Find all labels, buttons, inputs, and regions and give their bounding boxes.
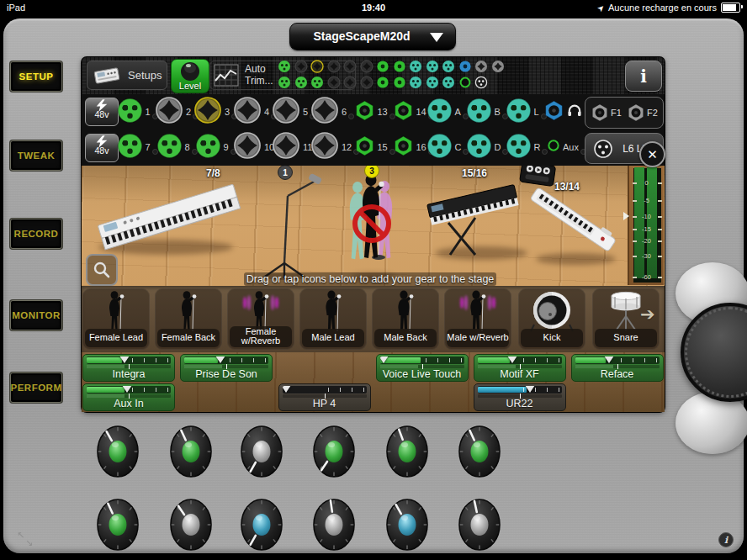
mixer-strip-ur22[interactable]: UR22 xyxy=(474,383,566,411)
knob-r1-1-green[interactable] xyxy=(95,424,140,479)
sidebar-item-setup[interactable]: SETUP xyxy=(10,61,62,92)
info-button[interactable]: i xyxy=(625,61,662,92)
channel-13[interactable]: 13 xyxy=(354,95,395,129)
channel-B[interactable]: B xyxy=(466,95,508,129)
stage-item-stand-keyboard[interactable] xyxy=(423,171,524,262)
mixer-strip-aux-in[interactable]: Aux In xyxy=(82,383,175,411)
knob-r1-6-green[interactable] xyxy=(457,424,502,479)
stage-view[interactable]: 7/81315/1613/14 Drag or tap icons below … xyxy=(82,166,665,286)
fader-handle[interactable] xyxy=(604,357,614,363)
setups-button[interactable]: Setups xyxy=(87,61,167,90)
mixer-strip-motif-xf[interactable]: Motif XF xyxy=(474,354,566,382)
channel-3[interactable]: 3 xyxy=(193,95,237,129)
fader-handle[interactable] xyxy=(122,386,132,393)
channel-9[interactable]: 9 xyxy=(195,130,236,164)
channel-L[interactable]: L xyxy=(506,95,547,129)
channel-R[interactable]: R xyxy=(506,130,548,164)
page-info-icon[interactable]: i xyxy=(718,532,734,547)
overview-jack-yellow-icon xyxy=(310,60,324,77)
gear-tile-male-lead[interactable]: Male Lead xyxy=(299,288,367,350)
pan-track[interactable] xyxy=(283,394,367,398)
pan-track[interactable] xyxy=(478,394,562,398)
channel-D[interactable]: D xyxy=(466,130,509,164)
knob-r2-5-teal[interactable] xyxy=(384,497,430,552)
channel-phones[interactable] xyxy=(543,95,582,129)
channel-6[interactable]: 6 xyxy=(310,95,354,129)
phantom-48v-button[interactable]: 48v xyxy=(85,98,119,126)
fader-handle[interactable] xyxy=(283,386,291,393)
gear-tile-male-back[interactable]: Male Back xyxy=(372,288,439,350)
fader-track[interactable] xyxy=(380,357,464,364)
mixer-strip-prise-de-son[interactable]: Prise De Son xyxy=(180,354,273,382)
fader-handle[interactable] xyxy=(507,357,517,363)
fader-track[interactable] xyxy=(87,386,171,394)
knob-r1-4-green[interactable] xyxy=(311,424,357,479)
channel-7[interactable]: 7 xyxy=(117,130,158,164)
channel-5[interactable]: 5 xyxy=(272,95,315,129)
pan-track[interactable] xyxy=(87,394,171,398)
pan-track[interactable] xyxy=(380,365,464,368)
channel-2[interactable]: 2 xyxy=(155,95,199,129)
knob-r2-4-gray[interactable] xyxy=(311,497,357,552)
stage-item-keyboard[interactable] xyxy=(92,181,247,253)
pan-track[interactable] xyxy=(87,365,171,368)
channel-Aux[interactable]: Aux xyxy=(547,130,586,164)
channel-4[interactable]: 4 xyxy=(233,95,277,129)
sidebar-item-tweak[interactable]: TWEAK xyxy=(10,140,62,171)
footswitch-F1[interactable]: F1 xyxy=(591,103,622,122)
sidebar-item-record[interactable]: RECORD xyxy=(10,219,62,249)
gear-tile-female-back[interactable]: Female Back xyxy=(155,288,222,350)
magnifier-icon xyxy=(93,261,111,279)
battery-icon xyxy=(721,3,740,13)
footswitch-F2[interactable]: F2 xyxy=(627,103,658,122)
fader-track[interactable] xyxy=(283,386,367,394)
xlr-teal-connector-icon xyxy=(466,133,492,162)
track-tick xyxy=(621,358,622,362)
fader-track[interactable] xyxy=(87,357,171,364)
fader-track[interactable] xyxy=(478,386,562,394)
knob-r1-5-green[interactable] xyxy=(384,424,430,479)
device-selector-dropdown[interactable]: StageScapeM20d xyxy=(289,23,456,50)
knob-r2-1-green[interactable] xyxy=(95,497,140,552)
fader-track[interactable] xyxy=(575,357,660,364)
level-meter-fill xyxy=(478,387,527,393)
level-button[interactable]: Level xyxy=(171,59,209,93)
channel-8[interactable]: 8 xyxy=(156,130,198,164)
channel-A[interactable]: A xyxy=(426,95,469,129)
channel-1[interactable]: 1 xyxy=(117,95,158,129)
knob-r2-2-gray[interactable] xyxy=(168,497,214,552)
fader-handle[interactable] xyxy=(119,357,130,363)
fader-handle[interactable] xyxy=(380,357,389,363)
gear-tile-female-reverb[interactable]: Femalew/Reverb xyxy=(227,288,294,350)
phantom-48v-button[interactable]: 48v xyxy=(85,134,119,162)
pan-track[interactable] xyxy=(575,365,660,368)
gear-tile-kick[interactable]: Kick xyxy=(518,288,585,350)
mixer-strip-hp-4[interactable]: HP 4 xyxy=(278,383,371,411)
sidebar-item-monitor[interactable]: MONITOR xyxy=(10,300,62,330)
fader-handle[interactable] xyxy=(215,357,225,363)
pan-track[interactable] xyxy=(478,365,562,368)
knob-r1-2-green[interactable] xyxy=(168,424,214,479)
mixer-strip-integra[interactable]: Integra xyxy=(82,354,175,382)
pan-track[interactable] xyxy=(184,365,268,368)
channel-15[interactable]: 15 xyxy=(354,130,395,164)
stage-zoom-button[interactable] xyxy=(86,254,118,286)
tray-scroll-arrow-icon[interactable]: ➔ xyxy=(640,304,655,325)
sidebar-item-perform[interactable]: PERFORM xyxy=(10,372,62,403)
knob-r2-3-teal[interactable] xyxy=(239,497,284,552)
knob-r2-6-gray[interactable] xyxy=(457,497,502,552)
fader-track[interactable] xyxy=(184,357,268,364)
channel-C[interactable]: C xyxy=(426,130,469,164)
close-button[interactable]: ✕ xyxy=(639,141,665,167)
meter-tick-dash xyxy=(658,229,662,230)
fader-track[interactable] xyxy=(478,357,562,364)
channel-12[interactable]: 12 xyxy=(310,130,359,164)
gear-tile-male-reverb[interactable]: Male w/Reverb xyxy=(444,288,511,350)
stage-item-keytar[interactable] xyxy=(522,184,623,262)
mixer-strip-reface[interactable]: Reface xyxy=(571,354,664,382)
knob-r1-3-gray[interactable] xyxy=(239,424,284,479)
stage-item-mic-stand[interactable] xyxy=(248,172,326,280)
mixer-strip-voice-live-touch[interactable]: Voice Live Touch xyxy=(376,354,469,382)
fader-handle[interactable] xyxy=(525,386,535,393)
gear-tile-female-lead[interactable]: Female Lead xyxy=(82,288,150,350)
